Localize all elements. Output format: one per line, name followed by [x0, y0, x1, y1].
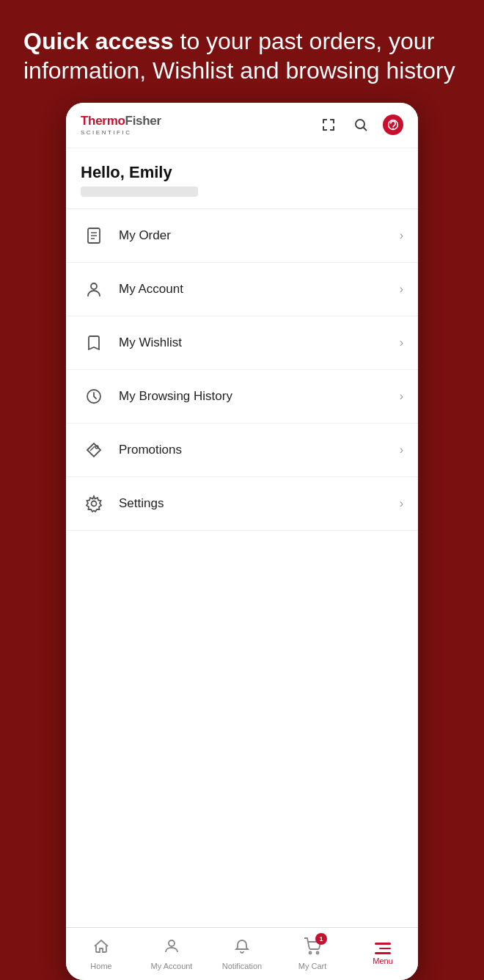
account-icon: [81, 276, 107, 302]
logo-text: ThermoFisher: [81, 115, 161, 128]
nav-item-menu[interactable]: Menu: [348, 928, 418, 980]
menu-label-my-order: My Order: [119, 228, 400, 243]
svg-point-15: [317, 952, 319, 954]
wishlist-icon: [81, 330, 107, 356]
svg-point-3: [393, 129, 394, 130]
phone-frame: ThermoFisher SCIENTIFIC: [66, 103, 418, 980]
menu-label-settings: Settings: [119, 496, 400, 511]
home-icon: [92, 937, 110, 959]
promo-bold: Quick access: [23, 28, 174, 54]
chevron-icon: ›: [400, 336, 403, 349]
promo-section: Quick access to your past orders, your i…: [0, 0, 484, 103]
nav-label-cart: My Cart: [298, 962, 327, 970]
menu-label-promotions: Promotions: [119, 443, 400, 457]
svg-point-8: [91, 283, 97, 289]
svg-point-12: [92, 501, 97, 506]
search-icon[interactable]: [351, 115, 371, 135]
logo-scientific: SCIENTIFIC: [81, 129, 161, 136]
settings-icon: [81, 490, 107, 517]
svg-line-1: [364, 128, 367, 131]
chevron-icon: ›: [400, 283, 403, 296]
cart-icon: 1: [304, 937, 321, 959]
menu-label-my-wishlist: My Wishlist: [119, 335, 400, 350]
chevron-icon: ›: [400, 229, 403, 242]
user-section: Hello, Emily: [66, 148, 418, 209]
fullscreen-icon[interactable]: [318, 115, 339, 135]
header-icons: [318, 115, 403, 135]
menu-item-my-order[interactable]: My Order ›: [66, 209, 418, 263]
menu-bar-2: [379, 948, 391, 950]
logo: ThermoFisher SCIENTIFIC: [81, 115, 161, 136]
bottom-nav: Home My Account Notification: [66, 927, 418, 980]
menu-bar-1: [375, 943, 391, 945]
menu-bar-3: [375, 952, 391, 954]
svg-point-0: [356, 120, 364, 128]
nav-item-home[interactable]: Home: [66, 928, 136, 980]
menu-item-my-wishlist[interactable]: My Wishlist ›: [66, 316, 418, 370]
app-header: ThermoFisher SCIENTIFIC: [66, 103, 418, 148]
menu-item-settings[interactable]: Settings ›: [66, 477, 418, 531]
menu-item-promotions[interactable]: Promotions ›: [66, 424, 418, 477]
nav-item-notification[interactable]: Notification: [207, 928, 277, 980]
account-nav-icon: [163, 937, 180, 959]
nav-label-notification: Notification: [222, 962, 262, 970]
notification-icon: [233, 937, 251, 959]
menu-item-browsing-history[interactable]: My Browsing History ›: [66, 370, 418, 424]
svg-point-14: [309, 952, 312, 954]
menu-icon: [375, 943, 391, 954]
chevron-icon: ›: [400, 390, 403, 403]
svg-point-13: [169, 940, 175, 946]
chevron-icon: ›: [400, 497, 403, 510]
history-icon: [81, 383, 107, 410]
menu-list: My Order › My Account ›: [66, 209, 418, 927]
support-icon[interactable]: [383, 115, 403, 135]
cart-badge: 1: [315, 933, 327, 945]
email-masked: [81, 186, 198, 197]
order-icon: [81, 222, 107, 249]
nav-item-cart[interactable]: 1 My Cart: [277, 928, 348, 980]
nav-label-menu: Menu: [373, 957, 393, 965]
promotions-icon: [81, 437, 107, 463]
menu-label-my-account: My Account: [119, 282, 400, 297]
nav-label-home: Home: [90, 962, 111, 970]
chevron-icon: ›: [400, 443, 403, 457]
menu-label-browsing-history: My Browsing History: [119, 389, 400, 404]
main-content: Hello, Emily My Order ›: [66, 148, 418, 927]
nav-label-account: My Account: [151, 962, 193, 970]
menu-item-my-account[interactable]: My Account ›: [66, 263, 418, 316]
greeting: Hello, Emily: [81, 163, 403, 182]
nav-item-account[interactable]: My Account: [136, 928, 207, 980]
